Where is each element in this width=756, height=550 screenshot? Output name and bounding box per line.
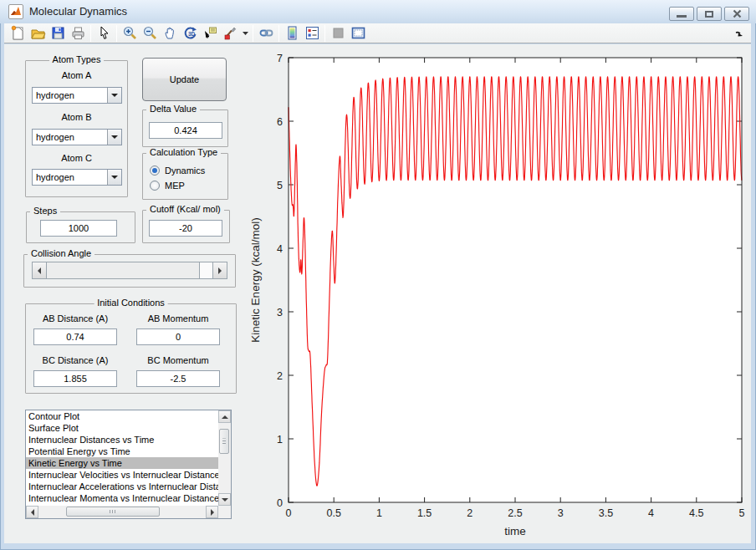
collision-angle-slider[interactable] <box>32 262 227 279</box>
maximize-button[interactable] <box>697 7 722 21</box>
save-figure-icon[interactable] <box>48 24 68 43</box>
radio-selected-icon[interactable] <box>150 166 160 176</box>
dropdown-arrow-icon[interactable] <box>107 170 121 185</box>
list-item[interactable]: Internuclear Momenta vs Internuclear Dis… <box>26 492 218 504</box>
insert-legend-icon[interactable] <box>302 24 322 43</box>
zoom-out-icon[interactable] <box>140 24 160 43</box>
x-tick-label: 4 <box>648 507 654 519</box>
scrollbar-corner <box>218 506 231 518</box>
bc-momentum-label: BC Momentum <box>136 355 220 365</box>
y-tick-label: 5 <box>277 180 283 191</box>
print-figure-icon[interactable] <box>68 24 88 43</box>
slider-left-arrow-icon[interactable] <box>33 262 47 278</box>
figure-canvas: Atom Types Atom A hydrogen Atom B hydrog… <box>4 44 751 543</box>
y-tick-label: 2 <box>277 370 283 382</box>
close-icon <box>733 9 742 18</box>
maximize-icon <box>705 11 713 18</box>
radio-label: MEP <box>165 181 185 191</box>
toolbar-separator <box>253 25 253 42</box>
x-tick-label: 4.5 <box>689 507 703 519</box>
x-tick-label: 1.5 <box>417 507 432 519</box>
list-item[interactable]: Internuclear Distances vs Time <box>26 434 218 446</box>
toolbar-overflow-arrow-icon[interactable] <box>734 27 744 42</box>
y-axis-label: Kinetic Energy (kcal/mol) <box>249 217 262 342</box>
list-item[interactable]: Contour Plot <box>26 410 218 422</box>
scroll-right-icon[interactable] <box>206 506 218 518</box>
vertical-scroll-thumb[interactable] <box>219 429 229 454</box>
scroll-down-icon[interactable] <box>218 493 231 506</box>
toolbar-separator <box>116 25 117 42</box>
plot-type-listbox: Contour PlotSurface PlotInternuclear Dis… <box>25 410 232 519</box>
x-tick-label: 3.5 <box>599 507 613 519</box>
open-file-icon[interactable] <box>28 24 48 43</box>
close-button[interactable] <box>724 7 749 21</box>
toolbar-separator <box>324 25 325 42</box>
show-plot-tools-icon[interactable] <box>348 24 368 43</box>
dropdown-arrow-icon[interactable] <box>107 130 121 145</box>
radio-option-dynamics[interactable]: Dynamics <box>150 163 205 178</box>
list-item[interactable]: Surface Plot <box>26 422 218 434</box>
brush-icon[interactable] <box>220 24 240 43</box>
cutoff-title: Cutoff (Kcal/ mol) <box>146 204 224 214</box>
steps-title: Steps <box>30 206 60 216</box>
brush-dropdown-arrow-icon[interactable] <box>240 24 250 43</box>
data-cursor-icon[interactable] <box>200 24 220 43</box>
horizontal-scrollbar[interactable] <box>26 506 218 518</box>
slider-thumb[interactable] <box>47 262 200 278</box>
atom-c-combobox[interactable]: hydrogen <box>32 169 122 186</box>
rotate-3d-icon[interactable]: 3D <box>180 24 200 43</box>
svg-text:3D: 3D <box>188 31 196 37</box>
radio-unselected-icon[interactable] <box>150 181 160 191</box>
horizontal-scroll-thumb[interactable] <box>66 507 160 517</box>
ab-momentum-field[interactable] <box>136 328 220 345</box>
update-button[interactable]: Update <box>142 58 227 101</box>
x-tick-label: 2.5 <box>508 507 522 519</box>
x-tick-label: 0.5 <box>327 507 341 519</box>
pan-icon[interactable] <box>160 24 180 43</box>
y-tick-label: 4 <box>277 243 283 255</box>
bc-distance-label: BC Distance (A) <box>33 355 117 365</box>
new-figure-icon[interactable] <box>8 24 28 43</box>
molecular-dynamics-window: Molecular Dynamics 3D Atom Types Atom A … <box>0 0 756 550</box>
steps-field[interactable] <box>40 220 117 237</box>
scroll-up-icon[interactable] <box>218 410 231 423</box>
kinetic-energy-chart[interactable]: 00.511.522.533.544.5501234567timeKinetic… <box>243 50 748 542</box>
slider-right-arrow-icon[interactable] <box>212 262 227 278</box>
zoom-in-icon[interactable] <box>120 24 140 43</box>
y-tick-label: 6 <box>277 116 283 128</box>
atom-b-value: hydrogen <box>33 130 107 145</box>
collision-angle-title: Collision Angle <box>28 248 94 258</box>
list-item[interactable]: Internuclear Accelerations vs Internucle… <box>26 481 218 492</box>
vertical-scrollbar[interactable] <box>218 410 231 506</box>
atom-b-label: Atom B <box>25 112 128 122</box>
link-plot-icon[interactable] <box>256 24 276 43</box>
cutoff-field[interactable] <box>149 220 222 237</box>
initial-conditions-title: Initial Conditions <box>94 298 168 308</box>
bc-distance-field[interactable] <box>33 370 117 387</box>
toolbar-separator <box>278 25 279 42</box>
window-title: Molecular Dynamics <box>29 5 127 18</box>
titlebar[interactable]: Molecular Dynamics <box>0 0 756 23</box>
dropdown-arrow-icon[interactable] <box>107 88 121 103</box>
scroll-left-icon[interactable] <box>26 506 38 518</box>
list-item[interactable]: Kinetic Energy vs Time <box>26 457 218 469</box>
atom-a-combobox[interactable]: hydrogen <box>32 87 122 104</box>
x-tick-label: 0 <box>286 507 292 519</box>
minimize-button[interactable] <box>669 7 694 21</box>
ab-distance-field[interactable] <box>33 328 117 345</box>
list-item[interactable]: Potential Energy vs Time <box>26 446 218 457</box>
pointer-icon[interactable] <box>94 24 114 43</box>
matlab-logo-icon <box>8 4 23 19</box>
x-tick-label: 1 <box>376 507 382 519</box>
slider-track[interactable] <box>200 262 212 278</box>
list-item[interactable]: Internuclear Velocities vs Internuclear … <box>26 469 218 481</box>
atom-a-value: hydrogen <box>33 88 107 103</box>
minimize-icon <box>677 15 687 18</box>
x-tick-label: 2 <box>467 507 472 519</box>
insert-colorbar-icon[interactable] <box>282 24 302 43</box>
atom-b-combobox[interactable]: hydrogen <box>32 129 122 145</box>
delta-value-field[interactable] <box>149 122 222 139</box>
bc-momentum-field[interactable] <box>136 370 220 387</box>
radio-option-mep[interactable]: MEP <box>150 178 205 193</box>
ab-momentum-label: AB Momentum <box>136 313 220 323</box>
